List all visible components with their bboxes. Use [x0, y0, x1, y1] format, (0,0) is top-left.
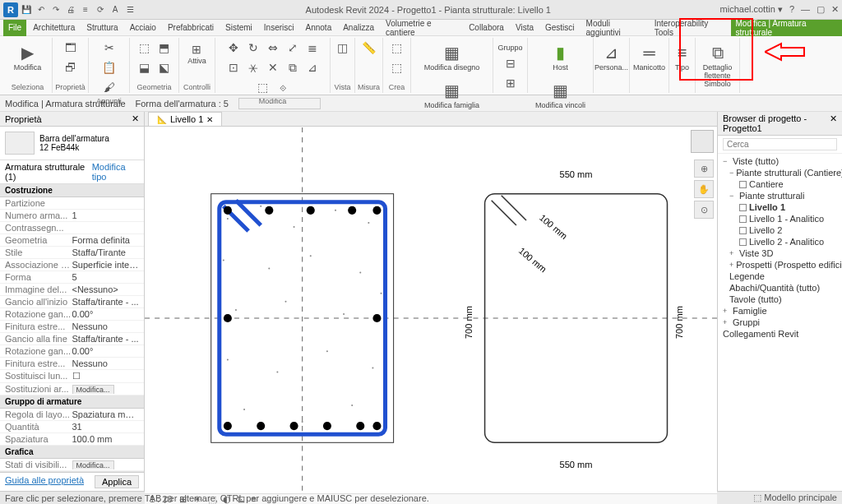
help-icon[interactable]: ? — [789, 4, 794, 15]
svg-point-8 — [223, 259, 224, 261]
prop-row[interactable]: Spaziatura100.0 mm — [0, 433, 144, 446]
tree-item[interactable]: Tavole (tutto) — [721, 294, 839, 305]
view-cube[interactable] — [691, 130, 714, 153]
dim-left: 700 mm — [464, 306, 474, 339]
qat-icon[interactable]: ☰ — [123, 3, 136, 16]
prop-row[interactable]: Rotazione gan...0.00° — [0, 345, 144, 358]
user-label[interactable]: michael.cottin ▾ — [720, 4, 783, 15]
view-tab[interactable]: 📐 Livello 1 ✕ — [148, 112, 222, 126]
type-name[interactable]: Barra dell'armatura 12 FeB44k — [39, 134, 109, 152]
prop-row[interactable]: Gancio alla fineStaffa/tirante - ... — [0, 333, 144, 345]
tab[interactable]: Struttura — [81, 20, 123, 36]
attiva-button[interactable]: ⊞Attiva — [186, 39, 208, 67]
tree-item[interactable]: Collegamenti Revit — [721, 328, 839, 340]
type-selector[interactable]: Armatura strutturale (1) — [5, 162, 92, 182]
edit-type-button[interactable]: Modifica tipo — [92, 162, 139, 182]
shape-dropdown[interactable] — [238, 98, 321, 109]
host-button[interactable]: ▮Host — [548, 39, 574, 74]
nav-wheel[interactable]: ⊕✋⊙ — [694, 160, 714, 219]
prop-row[interactable]: Regola di layo...Spaziatura mas... — [0, 409, 144, 421]
svg-point-9 — [268, 267, 270, 269]
maximize-icon[interactable]: ▢ — [817, 4, 825, 15]
prop-row[interactable]: Sostituisci lun...☐ — [0, 370, 144, 383]
prop-row[interactable]: Contrassegn... — [0, 222, 144, 234]
apply-button[interactable]: Applica — [95, 475, 139, 488]
qat-icon[interactable]: ≡ — [79, 3, 92, 16]
prop-row[interactable]: Partizione — [0, 197, 144, 210]
tipo-button[interactable]: ≡Tipo — [669, 39, 696, 74]
tree-item[interactable]: Abachi/Quantità (tutto) — [721, 282, 839, 294]
drawing-canvas[interactable]: ⊕✋⊙ — [145, 127, 717, 493]
tree-item[interactable]: −Viste (tutto) — [721, 155, 839, 167]
persona-button[interactable]: ⊿Persona... — [593, 39, 630, 74]
close-icon[interactable]: ✕ — [132, 113, 139, 124]
tree-item[interactable]: +Famiglie — [721, 305, 839, 317]
prop-row[interactable]: Gancio all'inizioStaffa/tirante - ... — [0, 296, 144, 308]
tree-item[interactable]: Livello 2 — [721, 224, 839, 236]
mod-vincoli-button[interactable]: ▦Modifica vincoli — [534, 77, 587, 112]
shape-label: Forma dell'armatura : 5 — [136, 99, 229, 109]
svg-point-26 — [224, 206, 232, 215]
tree-item[interactable]: +Prospetti (Prospetto edificio) — [721, 259, 839, 270]
tab-active[interactable]: Modifica | Armatura strutturale — [731, 20, 842, 36]
tab[interactable]: Sistemi — [220, 20, 257, 36]
qat-save-icon[interactable]: 💾 — [20, 3, 33, 16]
tab[interactable]: Annota — [301, 20, 337, 36]
props-help-link[interactable]: Guida alle proprietà — [5, 475, 84, 488]
prop-category[interactable]: Costruzione — [0, 184, 144, 197]
tree-item[interactable]: Cantiere — [721, 178, 839, 190]
svg-point-10 — [310, 255, 312, 257]
qat-print-icon[interactable]: 🖨 — [64, 3, 77, 16]
qat-undo-icon[interactable]: ↶ — [35, 3, 48, 16]
close-icon[interactable]: ✕ — [831, 4, 839, 15]
prop-row[interactable]: Immagine del...<Nessuno> — [0, 284, 144, 296]
tab[interactable]: Prefabbricati — [163, 20, 219, 36]
prop-row[interactable]: Stati di visibili...Modifica... — [0, 459, 144, 471]
qat-icon[interactable]: A — [109, 3, 122, 16]
mod-famiglia-button[interactable]: ▦Modifica famiglia — [423, 77, 481, 112]
tree-item[interactable]: Livello 1 - Analitico — [721, 213, 839, 224]
modifica-button[interactable]: ▶Modifica — [8, 39, 48, 74]
prop-row[interactable]: Forma5 — [0, 271, 144, 284]
tab-file[interactable]: File — [3, 20, 26, 36]
tab[interactable]: Collabora — [464, 20, 509, 36]
prop-row[interactable]: Numero arma...1 — [0, 210, 144, 222]
tab[interactable]: Moduli aggiuntivi — [581, 20, 648, 36]
minimize-icon[interactable]: — — [801, 4, 810, 15]
manicotto-button[interactable]: ═Manicotto — [632, 39, 667, 74]
tab[interactable]: Analizza — [338, 20, 379, 36]
prop-row[interactable]: Sostituzioni ar...Modifica... — [0, 383, 144, 395]
tree-item[interactable]: +Viste 3D — [721, 247, 839, 259]
tab[interactable]: Inserisci — [259, 20, 299, 36]
qat-icon[interactable]: ⟳ — [94, 3, 107, 16]
prop-row[interactable]: Associazione s...Superficie inter... — [0, 259, 144, 271]
tree-item[interactable]: −Piante strutturali (Cantiere) — [721, 167, 839, 178]
prop-category[interactable]: Grafica — [0, 446, 144, 459]
qat-redo-icon[interactable]: ↷ — [49, 3, 62, 16]
prop-row[interactable]: Quantità31 — [0, 421, 144, 433]
tab[interactable]: Interoperability Tools — [650, 20, 729, 36]
tree-item[interactable]: −Piante strutturali — [721, 190, 839, 201]
mod-disegno-button[interactable]: ▦Modifica disegno — [423, 39, 482, 74]
browser-search-input[interactable] — [723, 138, 837, 150]
prop-row[interactable]: Finitura estre...Nessuno — [0, 358, 144, 370]
close-icon[interactable]: ✕ — [830, 113, 837, 133]
tab[interactable]: Architettura — [28, 20, 80, 36]
prop-row[interactable]: Rotazione gan...0.00° — [0, 308, 144, 321]
svg-point-37 — [356, 422, 364, 430]
dim-hook2: 100 mm — [517, 246, 548, 275]
prop-category[interactable]: Gruppo di armature — [0, 395, 144, 409]
tree-item[interactable]: +Gruppi — [721, 317, 839, 328]
tree-item[interactable]: Legende — [721, 270, 839, 282]
tree-item[interactable]: Livello 2 - Analitico — [721, 236, 839, 247]
tab[interactable]: Gestisci — [540, 20, 580, 36]
tab[interactable]: Volumetrie e cantiere — [381, 20, 462, 36]
prop-row[interactable]: StileStaffa/Tirante — [0, 247, 144, 259]
tab[interactable]: Vista — [511, 20, 539, 36]
tree-item[interactable]: Livello 1 — [721, 201, 839, 213]
context-label: Modifica | Armatura strutturale — [5, 99, 126, 109]
prop-row[interactable]: Finitura estre...Nessuno — [0, 321, 144, 333]
dettaglio-button[interactable]: ⧉Dettaglio flettente Simbolo — [699, 39, 736, 90]
tab[interactable]: Acciaio — [125, 20, 161, 36]
prop-row[interactable]: GeometriaForma definita — [0, 234, 144, 247]
